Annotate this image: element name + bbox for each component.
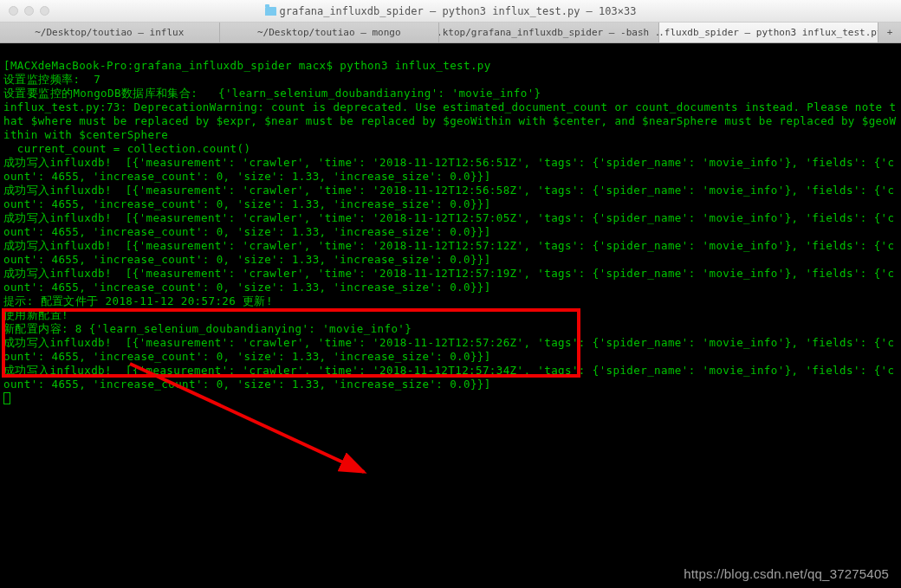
tab-influx[interactable]: ~/Desktop/toutiao — influx — [0, 23, 220, 42]
watermark: https://blog.csdn.net/qq_37275405 — [684, 566, 889, 581]
traffic-lights — [0, 6, 49, 16]
output-line: influx_test.py:73: DeprecationWarning: c… — [3, 100, 896, 141]
tab-mongo[interactable]: ~/Desktop/toutiao — mongo — [220, 23, 440, 42]
tabbar: ~/Desktop/toutiao — influx ~/Desktop/tou… — [0, 23, 901, 43]
close-window-icon[interactable] — [9, 6, 18, 16]
minimize-window-icon[interactable] — [24, 6, 34, 16]
output-line: 提示: 配置文件于 2018-11-12 20:57:26 更新! — [3, 294, 273, 307]
tab-label: ...ktop/grafana_influxdb_spider — -bash … — [439, 27, 659, 38]
window-title: grafana_influxdb_spider — python3 influx… — [280, 5, 637, 17]
output-line: 设置监控频率: 7 — [3, 73, 100, 86]
output-line: 设置要监控的MongoDB数据库和集合: {'learn_selenium_do… — [3, 87, 541, 100]
output-line: 成功写入influxdb! [{'measurement': 'crawler'… — [3, 239, 894, 266]
tab-label: ~/Desktop/toutiao — mongo — [257, 27, 401, 38]
tab-bash[interactable]: ...ktop/grafana_influxdb_spider — -bash … — [439, 23, 659, 42]
output-line: 使用新配置! — [3, 308, 68, 321]
tab-label: ...fluxdb_spider — python3 influx_test.p… — [659, 27, 879, 38]
output-line: 成功写入influxdb! [{'measurement': 'crawler'… — [3, 211, 894, 238]
output-line: 成功写入influxdb! [{'measurement': 'crawler'… — [3, 364, 894, 391]
output-line: current_count = collection.count() — [3, 142, 250, 155]
output-line: 成功写入influxdb! [{'measurement': 'crawler'… — [3, 184, 894, 210]
tab-influx-test[interactable]: ...fluxdb_spider — python3 influx_test.p… — [659, 23, 879, 42]
titlebar: grafana_influxdb_spider — python3 influx… — [0, 0, 901, 23]
tab-label: ~/Desktop/toutiao — influx — [35, 27, 184, 38]
terminal-output[interactable]: [MACXdeMacBook-Pro:grafana_influxdb_spid… — [0, 43, 901, 588]
output-line: 成功写入influxdb! [{'measurement': 'crawler'… — [3, 267, 894, 294]
folder-icon — [265, 7, 276, 16]
new-tab-button[interactable]: + — [878, 23, 901, 42]
cursor-icon — [3, 392, 10, 404]
output-line: 成功写入influxdb! [{'measurement': 'crawler'… — [3, 336, 894, 363]
output-line: 成功写入influxdb! [{'measurement': 'crawler'… — [3, 156, 894, 183]
output-line: [MACXdeMacBook-Pro:grafana_influxdb_spid… — [3, 59, 491, 72]
zoom-window-icon[interactable] — [40, 6, 49, 16]
output-line: 新配置内容: 8 {'learn_selenium_doubandianying… — [3, 322, 412, 335]
